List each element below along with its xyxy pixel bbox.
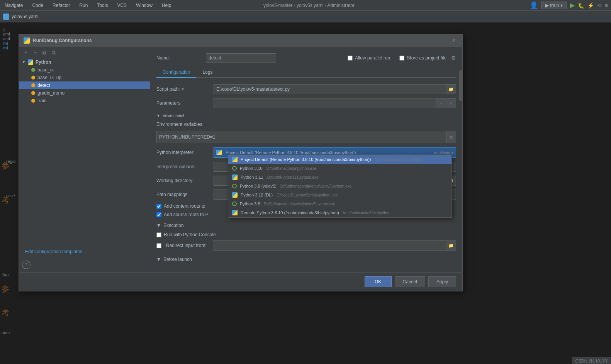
parameters-input[interactable] <box>214 98 436 108</box>
tree-item-train[interactable]: train <box>19 97 150 105</box>
cancel-button[interactable]: Cancel <box>395 276 425 287</box>
option-4-detail: E:\code\DL\venv\Scripts\python.exe <box>277 193 338 197</box>
add-source-roots-checkbox[interactable] <box>156 212 161 217</box>
script-path-browse-button[interactable]: 📁 <box>446 84 456 94</box>
copy-config-button[interactable]: ⧉ <box>41 49 48 56</box>
scrollbar-thumb[interactable] <box>459 70 462 101</box>
account-icon[interactable]: 👤 <box>530 1 538 10</box>
script-path-dropdown-icon[interactable]: ▾ <box>182 86 184 92</box>
dialog-title: Run/Debug Configurations <box>33 38 450 43</box>
option-4-label: Python 3.10 (DL) <box>241 193 273 197</box>
tab-logs[interactable]: Logs <box>196 67 219 78</box>
dropdown-option-3[interactable]: Python 3.8 (yolov5) D:\Soft\anaconda\env… <box>228 182 451 190</box>
sort-config-button[interactable]: ⇅ <box>50 49 58 56</box>
add-content-roots-label: Add content roots to <box>164 203 205 209</box>
option-3-detail: D:\Soft\anaconda\envs\yolov5\python.exe <box>280 184 352 188</box>
env-vars-label: Environment variables: <box>156 122 210 127</box>
app-title: yolov5-master - yolov5s.yaml - Administr… <box>263 3 355 8</box>
before-launch-header[interactable]: ▼ Before launch <box>156 257 456 262</box>
option-1-label: Python 3.10 <box>240 166 263 171</box>
redirect-input-row: Redirect input from: 📁 <box>156 240 456 251</box>
redirect-input-browse-button[interactable]: 📁 <box>446 240 456 251</box>
redirect-input-field[interactable] <box>213 240 446 251</box>
env-vars-input[interactable] <box>156 131 446 143</box>
dropdown-option-2[interactable]: Python 3.11 D:\Soft\Python311\python.exe <box>228 173 451 182</box>
menu-help[interactable]: Help <box>160 2 173 9</box>
dropdown-option-4[interactable]: Python 3.10 (DL) E:\code\DL\venv\Scripts… <box>228 190 451 200</box>
run-icon[interactable]: ▶ <box>570 2 575 9</box>
parameters-row: Parameters: + ⤢ <box>156 98 456 108</box>
env-vars-copy-button[interactable]: ⧉ <box>446 131 456 143</box>
redirect-input-checkbox[interactable] <box>156 243 161 248</box>
option-2-label: Python 3.11 <box>241 175 263 179</box>
parameters-label: Parameters: <box>156 100 210 106</box>
tree-item-base-ui-up[interactable]: base_ui_up <box>19 74 150 81</box>
option-0-icon <box>232 157 238 162</box>
parameters-add-button[interactable]: + <box>436 98 446 108</box>
run-python-console-checkbox[interactable] <box>156 232 161 237</box>
allow-parallel-checkbox[interactable] <box>348 56 353 61</box>
dropdown-option-1[interactable]: Python 3.10 D:\Soft\anaconda\python.exe <box>228 164 451 173</box>
add-config-button[interactable]: + <box>22 49 30 56</box>
tree-item-label: train <box>37 98 46 103</box>
menu-vcs[interactable]: VCS <box>115 2 128 9</box>
apply-button[interactable]: Apply <box>428 276 456 287</box>
vcs-icon[interactable]: ⟲ <box>597 2 602 8</box>
allow-parallel-label: Allow parallel run <box>348 55 390 61</box>
remove-config-button[interactable]: − <box>31 49 39 56</box>
tree-item-label: base_ui_up <box>37 75 61 80</box>
more-icon[interactable]: ≡ <box>605 2 608 8</box>
gradio-demo-icon <box>31 91 35 95</box>
bug-icon[interactable]: 🐛 <box>578 2 584 8</box>
menu-window[interactable]: Window <box>134 2 154 9</box>
csdn-label: CSDN @1101YY <box>575 359 608 363</box>
settings-icon[interactable]: ⚙ <box>451 55 456 61</box>
file-tab[interactable]: yolov5s.yaml <box>12 14 38 19</box>
triangle-icon: ▼ <box>22 60 25 64</box>
menu-tools[interactable]: Tools <box>95 2 109 9</box>
execution-header[interactable]: ▼ Execution <box>156 223 456 228</box>
option-5-icon <box>232 201 237 206</box>
interpreter-dropdown-popup: Project Default (Remote Python 3.8.10 (/… <box>228 154 452 218</box>
tree-item-gradio-demo[interactable]: gradio_demo <box>19 89 150 97</box>
close-button[interactable]: × <box>450 37 458 44</box>
config-tree: + − ⧉ ⇅ ▼ Python base_ui <box>19 47 150 272</box>
menu-navigate[interactable]: Navigate <box>3 2 24 9</box>
tree-python-group[interactable]: ▼ Python <box>19 58 150 66</box>
run-python-console-label: Run with Python Console <box>164 232 216 237</box>
dropdown-option-5[interactable]: Python 3.8 D:\Soft\anaconda\envs\yolov5\… <box>228 200 451 208</box>
option-0-path: /root/miniconda3/bin/python <box>375 157 423 162</box>
dialog-header-icon <box>24 37 30 44</box>
environment-header[interactable]: ▼ Environment <box>156 113 456 118</box>
menu-run[interactable]: Run <box>78 2 89 9</box>
script-path-input[interactable] <box>214 84 446 94</box>
menu-refactor[interactable]: Refactor <box>51 2 71 9</box>
path-mappings-label: Path mappings: <box>156 192 210 197</box>
ok-button[interactable]: OK <box>365 276 392 287</box>
tree-item-detect[interactable]: detect <box>19 81 150 89</box>
tree-item-base-ui[interactable]: base_ui <box>19 66 150 74</box>
option-5-label: Python 3.8 <box>240 201 260 206</box>
run-config-button[interactable]: ▶ train ▾ <box>541 2 567 9</box>
add-content-roots-checkbox[interactable] <box>156 204 161 209</box>
execution-arrow-icon: ▼ <box>156 223 161 228</box>
parameters-expand-button[interactable]: ⤢ <box>446 98 456 108</box>
option-1-detail: D:\Soft\anaconda\python.exe <box>266 166 316 171</box>
dropdown-option-0[interactable]: Project Default (Remote Python 3.8.10 (/… <box>228 155 451 164</box>
add-source-roots-label: Add source roots to P <box>164 212 208 217</box>
edit-templates-link[interactable]: Edit configuration templates... <box>19 246 150 257</box>
scrollbar-track[interactable] <box>459 47 462 272</box>
help-button[interactable]: ? <box>22 261 31 269</box>
env-vars-row: Environment variables: <box>156 122 456 127</box>
python-group-label: Python <box>36 59 51 65</box>
option-3-label: Python 3.8 (yolov5) <box>240 184 277 188</box>
coverage-icon[interactable]: ⚡ <box>587 2 594 8</box>
interpreter-python-icon <box>216 150 222 155</box>
tab-configuration[interactable]: Configuration <box>156 67 196 78</box>
name-input[interactable] <box>206 53 276 63</box>
menu-code[interactable]: Code <box>31 2 45 9</box>
redirect-input-container: 📁 <box>213 240 456 251</box>
option-4-icon <box>232 192 238 198</box>
store-project-checkbox[interactable] <box>399 56 404 61</box>
dropdown-option-6[interactable]: Remote Python 3.8.10 (/root/miniconda3/b… <box>228 208 451 217</box>
